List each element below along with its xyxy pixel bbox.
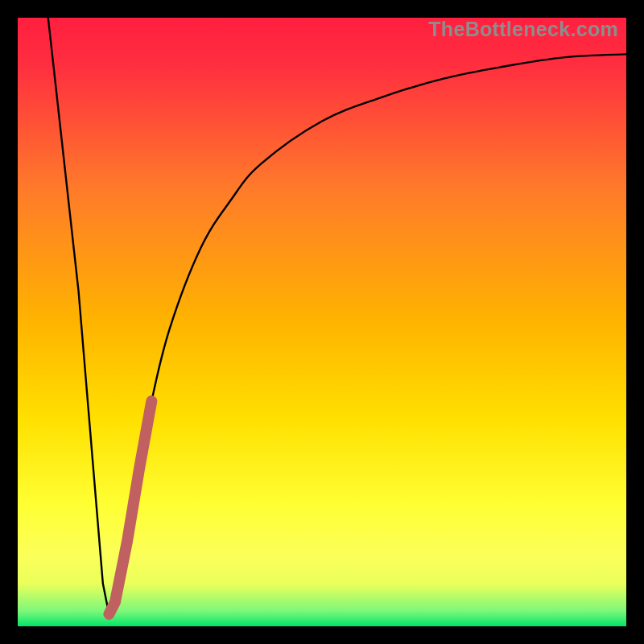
plot-area: TheBottleneck.com (18, 18, 626, 626)
chart-frame: TheBottleneck.com (0, 0, 644, 644)
gradient-background (18, 18, 626, 626)
watermark-text: TheBottleneck.com (428, 18, 618, 41)
chart-svg (18, 18, 626, 626)
